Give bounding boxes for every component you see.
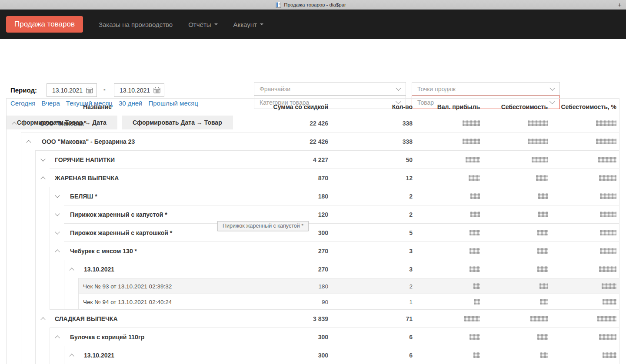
calendar-icon[interactable] bbox=[86, 87, 93, 93]
row-name: 13.10.2021 bbox=[84, 266, 114, 273]
censored-value bbox=[463, 139, 480, 144]
tree-indent-line bbox=[64, 260, 64, 310]
nav-item-account[interactable]: Аккаунт bbox=[233, 21, 263, 28]
collapse-icon[interactable] bbox=[40, 317, 45, 322]
row-sum: 270 bbox=[318, 266, 328, 273]
period-label: Период: bbox=[10, 86, 37, 94]
date-range-separator: - bbox=[103, 86, 106, 93]
censored-value bbox=[539, 283, 548, 289]
nav-item-reports[interactable]: Отчёты bbox=[188, 21, 217, 28]
table-body: ООО "Маковка"22 426338ООО "Маковка" - Бе… bbox=[7, 114, 619, 364]
row-name: ООО "Маковка" - Берзарина 23 bbox=[42, 138, 135, 145]
table-row[interactable]: Пирожок жаренный с картошкой *3005 bbox=[7, 224, 619, 242]
date-to-value: 13.10.2021 bbox=[120, 87, 150, 94]
tree-indent-line bbox=[64, 346, 64, 364]
expand-icon[interactable] bbox=[55, 229, 60, 234]
chevron-down-icon bbox=[549, 85, 555, 91]
censored-value bbox=[540, 299, 548, 304]
censored-value bbox=[474, 299, 480, 304]
collapse-icon[interactable] bbox=[69, 268, 74, 272]
date-from-value: 13.10.2021 bbox=[52, 87, 83, 94]
collapse-icon[interactable] bbox=[40, 176, 45, 181]
censored-value bbox=[538, 212, 548, 217]
table-row[interactable]: ГОРЯЧИЕ НАПИТКИ4 22750 bbox=[7, 151, 619, 169]
date-from-input[interactable]: 13.10.2021 bbox=[47, 83, 97, 97]
receipt-row[interactable]: Чек № 93 от 13.10.2021 02:39:321802 bbox=[7, 278, 619, 294]
censored-value bbox=[473, 352, 480, 358]
censored-value bbox=[470, 248, 480, 254]
censored-value bbox=[536, 175, 548, 181]
censored-value bbox=[463, 120, 480, 126]
row-sum: 4 227 bbox=[313, 156, 328, 163]
row-qty: 338 bbox=[403, 120, 413, 127]
censored-value bbox=[530, 316, 548, 321]
row-sum: 300 bbox=[318, 334, 328, 341]
row-sum: 870 bbox=[318, 175, 328, 182]
collapse-icon[interactable] bbox=[26, 140, 31, 145]
collapse-icon[interactable] bbox=[55, 335, 60, 340]
row-sum: 180 bbox=[318, 193, 328, 200]
row-sum: 300 bbox=[318, 229, 328, 236]
report-table: Название Сумма со скидкой Кол-во Вал. пр… bbox=[6, 98, 619, 364]
row-sum: 22 426 bbox=[310, 138, 328, 145]
tree-indent-line bbox=[78, 278, 79, 310]
expand-icon[interactable] bbox=[40, 156, 45, 161]
row-name: ГОРЯЧИЕ НАПИТКИ bbox=[55, 156, 115, 163]
censored-value bbox=[599, 266, 616, 272]
nav-item-production-orders[interactable]: Заказы на производство bbox=[99, 21, 173, 28]
censored-value bbox=[600, 212, 616, 217]
collapse-icon[interactable] bbox=[12, 122, 17, 126]
table-row[interactable]: Чебурек с мясом 130 *2703 bbox=[7, 242, 619, 260]
date-to-input[interactable]: 13.10.2021 bbox=[114, 83, 164, 97]
nav-item-sales-active[interactable]: Продажа товаров bbox=[6, 16, 83, 33]
row-qty: 2 bbox=[409, 283, 413, 290]
column-header-gross-profit: Вал. прибыль bbox=[437, 103, 480, 110]
censored-value bbox=[596, 120, 616, 126]
column-header-cost-percent: Себестоимость, % bbox=[561, 103, 616, 110]
censored-value bbox=[598, 157, 616, 162]
row-name: СЛАДКАЯ ВЫПЕЧКА bbox=[55, 315, 118, 322]
browser-tab[interactable]: Продажа товаров - dia$par bbox=[276, 0, 346, 10]
row-sum: 90 bbox=[322, 299, 328, 305]
row-qty: 71 bbox=[406, 315, 413, 322]
collapse-icon[interactable] bbox=[55, 249, 60, 254]
tree-indent-line bbox=[50, 187, 50, 310]
row-qty: 12 bbox=[406, 175, 413, 182]
row-qty: 6 bbox=[409, 334, 413, 341]
table-row[interactable]: СЛАДКАЯ ВЫПЕЧКА3 83971 bbox=[7, 310, 619, 328]
censored-value bbox=[537, 334, 548, 340]
row-qty: 50 bbox=[406, 156, 413, 163]
franchisee-select[interactable]: Франчайзи bbox=[254, 82, 406, 96]
tree-indent-line bbox=[35, 151, 36, 364]
filters-panel: Период: 13.10.2021 - 13.10.2021 Сегодня … bbox=[0, 39, 626, 98]
calendar-icon[interactable] bbox=[153, 87, 160, 93]
sales-points-select[interactable]: Точки продаж bbox=[412, 82, 560, 96]
row-qty: 6 bbox=[409, 352, 413, 359]
row-sum: 270 bbox=[318, 248, 328, 255]
table-row[interactable]: ООО "Маковка"22 426338 bbox=[7, 114, 619, 132]
row-name: Булочка с корицей 110гр bbox=[70, 334, 144, 341]
collapse-icon[interactable] bbox=[69, 354, 74, 358]
receipt-row[interactable]: Чек № 94 от 13.10.2021 02:40:24901 bbox=[7, 294, 619, 310]
tree-indent-line bbox=[21, 132, 21, 364]
table-row[interactable]: БЕЛЯШ *1802 bbox=[7, 187, 619, 205]
censored-value bbox=[603, 352, 616, 358]
censored-value bbox=[537, 230, 548, 235]
new-tab-button[interactable]: + bbox=[614, 0, 625, 9]
table-row[interactable]: ООО "Маковка" - Берзарина 2322 426338 bbox=[7, 132, 619, 151]
table-row[interactable]: ЖАРЕНАЯ ВЫПЕЧКА87012 bbox=[7, 169, 619, 187]
table-row[interactable]: 13.10.20213006 bbox=[7, 346, 619, 364]
table-row[interactable]: Пирижок жаренный с капустой *1202 bbox=[7, 205, 619, 224]
row-qty: 3 bbox=[409, 266, 413, 273]
table-row[interactable]: Булочка с корицей 110гр3006 bbox=[7, 328, 619, 346]
censored-value bbox=[469, 175, 480, 181]
column-header-name: Название bbox=[83, 103, 112, 110]
column-header-sum: Сумма со скидкой bbox=[273, 103, 328, 110]
table-row[interactable]: 13.10.20212703 bbox=[7, 260, 619, 278]
chevron-down-icon bbox=[214, 23, 218, 25]
tab-title: Продажа товаров - dia$par bbox=[284, 2, 346, 7]
expand-icon[interactable] bbox=[55, 193, 60, 198]
expand-icon[interactable] bbox=[55, 211, 60, 216]
chevron-down-icon bbox=[260, 23, 263, 25]
censored-value bbox=[538, 193, 548, 199]
